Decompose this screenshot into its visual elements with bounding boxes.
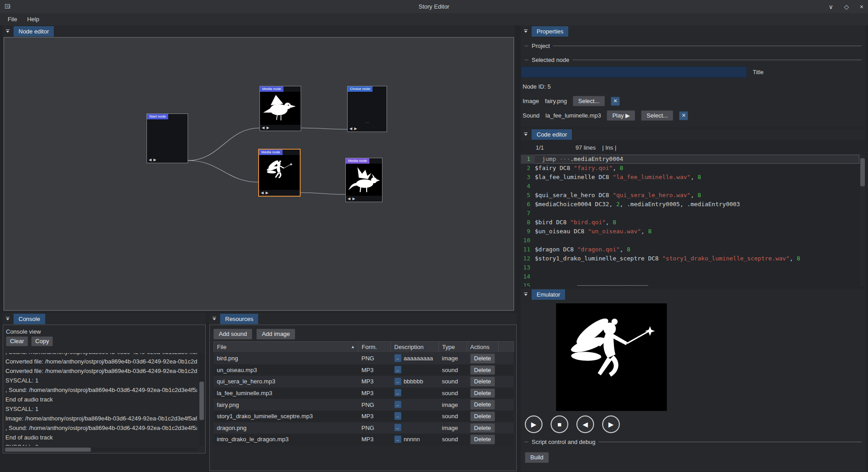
code-line-1[interactable]: 1 jump ···.mediaEntry0004 bbox=[521, 155, 859, 164]
node-bird-media[interactable]: Media node◀ ▶ bbox=[259, 86, 301, 131]
title-input[interactable] bbox=[521, 66, 747, 78]
column-header-blank[interactable] bbox=[498, 342, 514, 353]
delete-button[interactable]: Delete bbox=[470, 423, 495, 433]
resource-row[interactable]: un_oiseau.mp3MP3..soundDelete bbox=[214, 364, 514, 376]
code-area[interactable]: 1 jump ···.mediaEntry00042$fairy DC8 "fa… bbox=[521, 155, 859, 287]
edit-description-button[interactable]: .. bbox=[394, 378, 401, 385]
node-controls[interactable]: ◀ ▶ bbox=[346, 196, 382, 202]
minimize-button[interactable]: ∨ bbox=[829, 4, 833, 10]
collapse-icon[interactable] bbox=[523, 292, 528, 297]
description-cell: .. bbox=[391, 387, 439, 398]
column-header-form[interactable]: Form. bbox=[359, 342, 391, 353]
console-horizontal-scrollbar-thumb[interactable] bbox=[5, 448, 91, 452]
close-button[interactable]: × bbox=[860, 4, 863, 10]
collapse-icon[interactable] bbox=[523, 132, 528, 137]
collapse-icon[interactable] bbox=[5, 28, 10, 34]
edit-description-button[interactable]: .. bbox=[394, 424, 401, 431]
stop-button[interactable]: ■ bbox=[551, 415, 568, 433]
image-clear-button[interactable]: ✕ bbox=[611, 97, 620, 106]
play-button[interactable]: ▶ bbox=[525, 415, 542, 433]
resource-row[interactable]: fairy.pngPNG..imageDelete bbox=[214, 399, 514, 411]
edit-description-button[interactable]: .. bbox=[394, 435, 401, 443]
node-controls[interactable]: ◀ ▶ bbox=[260, 125, 301, 131]
delete-button[interactable]: Delete bbox=[470, 365, 495, 375]
collapse-icon[interactable] bbox=[5, 316, 10, 321]
tab-code-editor[interactable]: Code editor bbox=[532, 129, 572, 140]
edit-description-button[interactable]: .. bbox=[394, 366, 401, 373]
node-fairy-media[interactable]: Media node◀ ▶ bbox=[259, 149, 300, 196]
console-vertical-scrollbar-thumb[interactable] bbox=[199, 382, 204, 420]
copy-button[interactable]: Copy bbox=[31, 336, 53, 346]
tab-properties[interactable]: Properties bbox=[532, 26, 568, 37]
code-line-9[interactable]: 9$un_oiseau DC8 "un_oiseau.wav", 8 bbox=[521, 227, 859, 236]
edit-description-button[interactable]: .. bbox=[394, 354, 401, 362]
node-controls[interactable]: ◀ ▶ bbox=[259, 190, 300, 196]
add-image-button[interactable]: Add image bbox=[256, 329, 295, 340]
delete-button[interactable]: Delete bbox=[470, 400, 495, 410]
resource-row[interactable]: qui_sera_le_hero.mp3MP3..bbbbbbsoundDele… bbox=[214, 376, 514, 387]
tab-emulator[interactable]: Emulator bbox=[532, 289, 565, 300]
sound-select-button[interactable]: Select... bbox=[641, 110, 673, 121]
collapse-icon[interactable] bbox=[212, 316, 217, 321]
tab-node-editor[interactable]: Node editor bbox=[14, 26, 54, 37]
code-scrollbar-thumb[interactable] bbox=[860, 158, 865, 186]
maximize-button[interactable]: ◇ bbox=[844, 4, 849, 10]
menu-help[interactable]: Help bbox=[22, 14, 44, 25]
code-scrollbar[interactable] bbox=[860, 155, 865, 287]
add-sound-button[interactable]: Add sound bbox=[213, 329, 252, 340]
delete-button[interactable]: Delete bbox=[470, 377, 495, 387]
step-back-button[interactable]: ◀ bbox=[576, 415, 594, 433]
code-line-7[interactable]: 7 bbox=[521, 209, 859, 218]
node-controls[interactable]: ◀ ▶ bbox=[147, 157, 188, 163]
code-line-6[interactable]: 6$mediaChoice0004 DC32, 2, .mediaEntry00… bbox=[521, 200, 859, 209]
clear-button[interactable]: Clear bbox=[6, 336, 28, 346]
fairy-thumbnail bbox=[259, 155, 300, 190]
node-choice[interactable]: Choice node···◀ ▶ bbox=[347, 86, 387, 132]
delete-button[interactable]: Delete bbox=[470, 354, 495, 363]
panel-header-emulator: Emulator bbox=[521, 288, 865, 300]
edit-description-button[interactable]: .. bbox=[394, 412, 401, 420]
resource-row[interactable]: dragon.pngPNG..imageDelete bbox=[214, 422, 514, 434]
tab-resources[interactable]: Resources bbox=[220, 314, 258, 324]
edit-description-button[interactable]: .. bbox=[394, 401, 401, 408]
code-line-15[interactable]: 15 ──────────────────── bbox=[521, 281, 859, 287]
code-line-12[interactable]: 12$story1_drako_luminelle_sceptre DC8 "s… bbox=[521, 254, 859, 263]
code-line-3[interactable]: 3$la_fee_luminelle DC8 "la_fee_luminelle… bbox=[521, 173, 859, 182]
edit-description-button[interactable]: .. bbox=[394, 389, 401, 396]
menu-file[interactable]: File bbox=[3, 14, 22, 25]
node-controls[interactable]: ◀ ▶ bbox=[348, 126, 387, 132]
sound-play-button[interactable]: Play ▶ bbox=[607, 110, 635, 121]
column-header-file[interactable]: File▲ bbox=[214, 342, 359, 353]
file-cell: la_fee_luminelle.mp3 bbox=[214, 387, 359, 399]
node-canvas[interactable]: Start node◀ ▶Media node◀ ▶Choice node···… bbox=[4, 37, 514, 311]
console-vertical-scrollbar[interactable] bbox=[199, 353, 204, 446]
resource-row[interactable]: la_fee_luminelle.mp3MP3..soundDelete bbox=[214, 387, 514, 399]
tab-console[interactable]: Console bbox=[14, 314, 45, 324]
code-line-8[interactable]: 8$bird DC8 "bird.qoi", 8 bbox=[521, 218, 859, 227]
image-select-button[interactable]: Select... bbox=[573, 96, 605, 107]
node-start[interactable]: Start node◀ ▶ bbox=[146, 113, 188, 163]
console-horizontal-scrollbar[interactable] bbox=[5, 448, 197, 452]
code-line-4[interactable]: 4 bbox=[521, 182, 859, 191]
code-line-5[interactable]: 5$qui_sera_le_hero DC8 "qui_sera_le_hero… bbox=[521, 191, 859, 200]
delete-button[interactable]: Delete bbox=[470, 388, 495, 398]
file-cell: story1_drako_luminelle_sceptre.mp3 bbox=[214, 411, 359, 422]
code-line-2[interactable]: 2$fairy DC8 "fairy.qoi", 8 bbox=[521, 164, 859, 173]
column-header-actions[interactable]: Actions bbox=[467, 342, 499, 353]
column-header-description[interactable]: Description bbox=[391, 342, 439, 353]
delete-button[interactable]: Delete bbox=[470, 434, 495, 444]
resource-row[interactable]: bird.pngPNG..aaaaaaaaaimageDelete bbox=[214, 353, 514, 364]
collapse-icon[interactable] bbox=[523, 28, 528, 34]
column-header-type[interactable]: Type bbox=[439, 342, 467, 353]
delete-button[interactable]: Delete bbox=[470, 411, 495, 421]
step-forward-button[interactable]: ▶ bbox=[602, 415, 620, 433]
code-line-10[interactable]: 10 bbox=[521, 236, 859, 245]
node-dragon-media[interactable]: Media node◀ ▶ bbox=[345, 158, 382, 202]
code-line-13[interactable]: 13 bbox=[521, 263, 859, 272]
resource-row[interactable]: intro_drako_le_dragon.mp3MP3..nnnnnsound… bbox=[214, 434, 514, 445]
resource-row[interactable]: story1_drako_luminelle_sceptre.mp3MP3..s… bbox=[214, 411, 514, 422]
build-button[interactable]: Build bbox=[525, 452, 549, 463]
code-line-11[interactable]: 11$dragon DC8 "dragon.qoi", 8 bbox=[521, 245, 859, 254]
sound-clear-button[interactable]: ✕ bbox=[679, 111, 688, 120]
code-line-14[interactable]: 14 bbox=[521, 272, 859, 281]
